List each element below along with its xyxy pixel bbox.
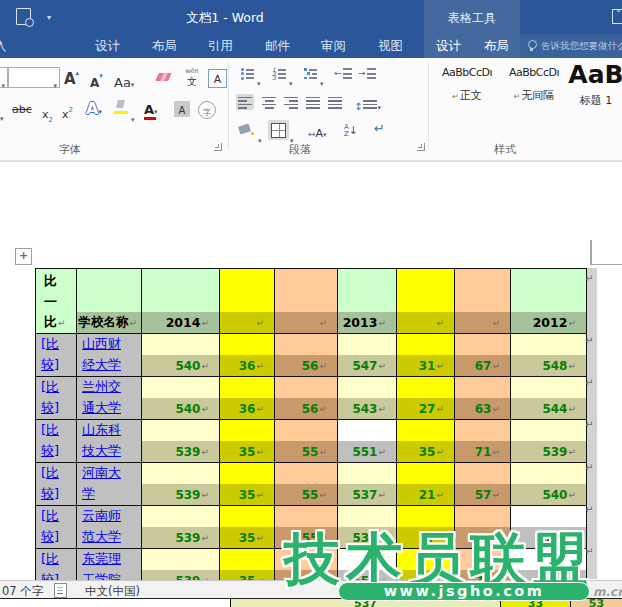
score-cell[interactable]: 35↵ [396,420,454,462]
school-link[interactable]: 技大学 [82,442,139,460]
compare-link[interactable]: [比 [41,421,74,439]
subscript-button[interactable]: x2 [42,103,53,124]
quick-access-preview-icon[interactable] [16,8,31,25]
header-year-cell[interactable]: 2014↵ [141,269,219,333]
align-left-button[interactable] [236,94,254,110]
school-name-cell[interactable]: 云南师范大学 [76,506,141,548]
sort-button[interactable]: A Z ↓ [344,120,358,139]
character-border-button[interactable]: A [208,69,227,88]
compare-link[interactable]: 较] [41,485,74,503]
header-empty-cell[interactable]: ↵ [274,269,337,333]
school-link[interactable]: 通大学 [82,399,139,417]
chevron-down-icon[interactable] [289,71,293,90]
header-empty-cell[interactable]: ↵ [219,269,274,333]
school-link[interactable]: 经大学 [82,356,139,374]
school-name-cell[interactable]: 东莞理工学院 [76,549,141,580]
header-empty-cell[interactable]: ↵ [454,269,510,333]
superscript-button[interactable]: x2 [62,103,73,122]
chevron-down-icon[interactable] [1,73,5,92]
style-normal[interactable]: AaBbCcDı ↵正文 [436,66,498,103]
compare-link[interactable]: [比 [41,507,74,525]
header-compare-cell[interactable]: 比 一 比↵ [36,269,76,333]
score-cell[interactable]: 539↵ [141,549,219,580]
compare-link[interactable]: 较] [41,528,74,546]
quick-access-caret-icon[interactable]: ▾ [47,13,51,22]
change-case-button[interactable]: Aa [114,72,134,91]
numbering-icon[interactable] [272,68,287,80]
proofing-icon[interactable] [54,583,67,598]
compare-link[interactable]: 较] [41,356,74,374]
compare-link-cell[interactable]: [比较] [36,506,76,548]
compare-link-cell[interactable]: [比较] [36,549,76,580]
compare-link[interactable]: [比 [41,378,74,396]
tab-review[interactable]: 审阅 [321,38,346,55]
score-cell[interactable]: 35↵ [219,506,274,548]
compare-link-cell[interactable]: [比较] [36,377,76,419]
highlight-color-icon[interactable] [114,100,129,114]
compare-link[interactable]: [比 [41,464,74,482]
school-link[interactable]: 兰州交 [82,378,139,396]
distribute-icon[interactable] [328,96,342,107]
score-cell[interactable]: 537↵ [337,463,396,505]
tab-table-design[interactable]: 设计 [436,38,461,55]
score-cell[interactable]: 543↵ [337,377,396,419]
score-cell[interactable]: 63↵ [454,377,510,419]
school-link[interactable]: 河南大 [82,464,139,482]
score-cell[interactable]: 57↵ [454,463,510,505]
compare-link[interactable]: [比 [41,550,74,568]
font-dialog-launcher-icon[interactable] [214,143,222,151]
score-cell[interactable]: 539↵ [141,420,219,462]
compare-link[interactable]: 较] [41,442,74,460]
character-scaling-button[interactable]: ↔A [308,122,327,141]
score-cell[interactable]: 35↵ [219,420,274,462]
score-cell[interactable]: 540↵ [141,334,219,376]
chevron-down-icon[interactable] [320,71,324,90]
style-heading1[interactable]: AaB 标题 1 [568,58,622,108]
tab-view[interactable]: 视图 [378,38,403,55]
tab-references[interactable]: 引用 [208,38,233,55]
compare-link[interactable]: [比 [41,335,74,353]
align-center-icon[interactable] [262,96,276,107]
align-right-icon[interactable] [284,96,298,107]
tab-table-layout[interactable]: 布局 [484,38,509,55]
school-name-cell[interactable]: 山东科技大学 [76,420,141,462]
text-effects-button[interactable]: A [86,99,102,118]
score-cell[interactable]: 35↵ [219,463,274,505]
ribbon-display-options-icon[interactable] [612,9,622,24]
score-cell[interactable]: 31↵ [396,334,454,376]
phonetic-guide-button[interactable]: wén 文 [182,67,202,89]
school-link[interactable]: 学 [82,485,139,503]
tab-layout[interactable]: 布局 [152,38,177,55]
compare-link-cell[interactable]: [比较] [36,420,76,462]
score-cell[interactable]: 539↵ [141,506,219,548]
score-cell[interactable]: 55↵ [274,463,337,505]
score-cell[interactable]: 27↵ [396,377,454,419]
score-cell[interactable]: 539↵ [141,463,219,505]
chevron-down-icon[interactable] [0,106,4,125]
tab-mailings[interactable]: 邮件 [265,38,290,55]
score-cell[interactable]: 547↵ [337,334,396,376]
table-move-handle[interactable]: + [15,248,32,265]
decrease-indent-icon[interactable]: ← [336,68,353,80]
tab-insert-partial[interactable]: 入 [0,38,7,55]
word-count[interactable]: 07 个字 [2,584,43,599]
compare-link-cell[interactable]: [比较] [36,463,76,505]
score-cell[interactable]: 544↵ [510,377,586,419]
justify-icon[interactable] [306,96,320,107]
enclose-characters-button[interactable]: 字 [198,101,216,119]
tab-design[interactable]: 设计 [95,38,120,55]
school-link[interactable]: 山东科 [82,421,139,439]
score-cell[interactable]: 36↵ [219,377,274,419]
clear-formatting-icon[interactable] [156,71,172,83]
score-cell[interactable]: 67↵ [454,334,510,376]
character-shading-button[interactable]: A [174,101,190,117]
score-cell[interactable]: 551↵ [337,420,396,462]
font-color-button[interactable]: A [144,99,158,118]
score-cell[interactable]: 35↵ [219,549,274,580]
chevron-down-icon[interactable] [53,73,57,92]
score-cell[interactable]: 540↵ [141,377,219,419]
strikethrough-button[interactable]: abc [12,103,32,116]
school-name-cell[interactable]: 山西财经大学 [76,334,141,376]
header-school-cell[interactable]: 学校名称↵ [76,269,141,333]
score-cell[interactable]: 21↵ [396,463,454,505]
